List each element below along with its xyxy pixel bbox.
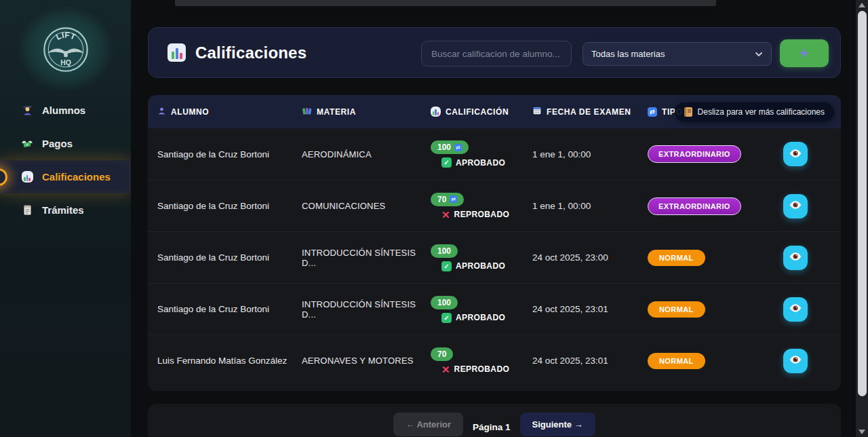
- cell-fecha: 1 ene 1, 00:00: [532, 201, 648, 211]
- status-icon: [441, 313, 452, 323]
- student-icon: [21, 104, 33, 116]
- cell-tipo: NORMAL: [648, 301, 743, 318]
- horizontal-scrollbar[interactable]: [175, 0, 716, 6]
- column-header-fecha: FECHA DE EXAMEN: [532, 106, 648, 117]
- tipo-badge: NORMAL: [648, 353, 705, 369]
- cell-materia: INTRODUCCIÓN SÍNTESIS D...: [302, 299, 431, 320]
- cell-tipo: NORMAL: [648, 353, 743, 369]
- table-header-row: ALUMNO MATERIA CALIFICACIÓN: [148, 95, 841, 128]
- cell-alumno: Santiago de la Cruz Bortoni: [157, 252, 302, 263]
- view-grade-button[interactable]: [783, 142, 808, 166]
- pagination-bar: ← Anterior Página 1 Siguiente →: [148, 404, 841, 437]
- grades-table: ALUMNO MATERIA CALIFICACIÓN: [148, 95, 841, 391]
- cell-materia: AERODINÁMICA: [302, 149, 431, 159]
- sidebar-item-label: Pagos: [42, 138, 73, 149]
- clipboard-icon: [21, 204, 33, 216]
- grade-status: REPROBADO: [441, 364, 532, 375]
- grade-value: 70: [437, 349, 446, 359]
- active-glow-arc: [0, 168, 7, 186]
- chevron-down-icon: [755, 50, 763, 59]
- tipo-badge: NORMAL: [648, 301, 705, 318]
- search-input[interactable]: [421, 41, 572, 66]
- status-icon: [441, 210, 450, 220]
- column-header-materia: MATERIA: [302, 106, 431, 118]
- table-row: Santiago de la Cruz Bortoni INTRODUCCIÓN…: [148, 231, 841, 283]
- cell-acciones: [743, 246, 841, 270]
- sidebar-item-label: Alumnos: [42, 104, 85, 116]
- cell-calificacion: 100 APROBADO: [431, 296, 532, 323]
- cell-tipo: EXTRAORDINARIO: [648, 145, 743, 163]
- scroll-down-arrow-icon[interactable]: [859, 430, 865, 434]
- sidebar-item-tramites[interactable]: Trámites: [0, 193, 131, 227]
- eye-icon: [789, 301, 802, 317]
- cell-alumno: Santiago de la Cruz Bortoni: [157, 304, 302, 314]
- sidebar-item-calificaciones[interactable]: Calificaciones: [0, 160, 131, 193]
- money-wings-icon: [21, 138, 33, 149]
- subject-filter-value: Todas las materias: [591, 49, 665, 59]
- view-grade-button[interactable]: [783, 297, 808, 322]
- subject-filter-select[interactable]: Todas las materias: [583, 42, 772, 66]
- column-header-calificacion: CALIFICACIÓN: [431, 107, 532, 117]
- sidebar-item-label: Calificaciones: [42, 171, 111, 183]
- bar-chart-icon: [167, 43, 186, 62]
- status-icon: [441, 364, 450, 375]
- grade-status: APROBADO: [441, 313, 532, 323]
- cell-fecha: 24 oct 2025, 23:00: [532, 252, 648, 263]
- status-icon: [441, 157, 452, 168]
- view-grade-button[interactable]: [783, 194, 808, 218]
- status-label: REPROBADO: [454, 210, 510, 219]
- scroll-up-arrow-icon[interactable]: [859, 3, 865, 7]
- svg-text:HQ: HQ: [60, 59, 71, 66]
- table-row: Luis Fernando Matías González AERONAVES …: [148, 335, 841, 386]
- tipo-badge: NORMAL: [648, 250, 705, 266]
- page-title: Calificaciones: [195, 43, 307, 62]
- cell-fecha: 24 oct 2025, 23:01: [532, 356, 648, 366]
- status-label: APROBADO: [456, 158, 505, 168]
- cell-acciones: [743, 194, 841, 218]
- sidebar-nav: Alumnos Pagos: [0, 94, 131, 227]
- grade-status: REPROBADO: [441, 210, 532, 220]
- cell-fecha: 24 oct 2025, 23:01: [532, 304, 648, 314]
- table-row: Santiago de la Cruz Bortoni COMUNICACION…: [148, 180, 841, 231]
- cell-alumno: Santiago de la Cruz Bortoni: [157, 201, 302, 211]
- grade-badge: 100: [431, 140, 469, 154]
- eye-icon: [789, 147, 802, 162]
- grade-badge: 100: [431, 296, 458, 309]
- eye-icon: [789, 250, 802, 265]
- calendar-icon: [532, 106, 542, 117]
- cell-materia: AERONAVES Y MOTORES: [302, 356, 431, 366]
- status-label: APROBADO: [456, 313, 505, 322]
- grade-value: 100: [437, 298, 451, 307]
- cell-materia: INTRODUCCIÓN SÍNTESIS D...: [302, 248, 431, 268]
- vertical-scrollbar[interactable]: [856, 0, 868, 437]
- retake-mini-icon: [454, 144, 462, 151]
- view-grade-button[interactable]: [783, 349, 808, 373]
- table-row: Santiago de la Cruz Bortoni AERODINÁMICA…: [148, 128, 841, 180]
- main-content: Calificaciones Todas las materias +: [131, 0, 856, 437]
- scrollbar-thumb[interactable]: [858, 11, 867, 396]
- cell-acciones: [743, 297, 841, 322]
- view-grade-button[interactable]: [783, 246, 808, 270]
- bar-chart-icon: [21, 171, 33, 183]
- table-body: Santiago de la Cruz Bortoni AERODINÁMICA…: [148, 128, 841, 386]
- page-indicator: Página 1: [473, 422, 511, 432]
- add-grade-button[interactable]: +: [780, 39, 829, 67]
- column-header-alumno: ALUMNO: [157, 107, 302, 117]
- sidebar-item-pagos[interactable]: Pagos: [0, 127, 131, 160]
- cell-calificacion: 100 APROBADO: [431, 244, 532, 271]
- grade-value: 100: [437, 246, 451, 256]
- scroll-hint-text: Desliza para ver más calificaciones: [698, 107, 825, 117]
- cell-calificacion: 70 REPROBADO: [431, 347, 532, 375]
- cell-materia: COMUNICACIONES: [302, 201, 431, 211]
- next-page-button[interactable]: Siguiente →: [520, 413, 595, 436]
- table-row: Santiago de la Cruz Bortoni INTRODUCCIÓN…: [148, 283, 841, 335]
- grade-badge: 70: [431, 347, 453, 361]
- eye-icon: [789, 353, 802, 368]
- person-icon: [157, 107, 166, 117]
- previous-page-button[interactable]: ← Anterior: [393, 413, 463, 436]
- sidebar-item-alumnos[interactable]: Alumnos: [0, 94, 131, 127]
- app-window: LIFT HQ Alumnos: [0, 0, 868, 437]
- status-icon: [441, 261, 452, 271]
- lift-hq-logo: LIFT HQ: [42, 26, 90, 73]
- grade-badge: 70: [431, 193, 464, 206]
